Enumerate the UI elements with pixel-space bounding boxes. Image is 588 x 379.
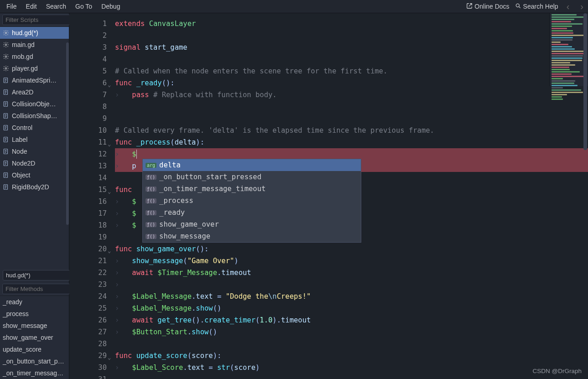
autocomplete-item[interactable]: ƒ()_ready xyxy=(143,207,361,218)
search-help-link[interactable]: Search Help xyxy=(515,3,558,10)
doc-icon xyxy=(3,89,9,95)
nav-back-button[interactable]: ‹ xyxy=(564,1,572,12)
script-item[interactable]: RigidBody2D xyxy=(0,181,69,193)
method-item[interactable]: _ready xyxy=(0,296,69,308)
gear-icon xyxy=(3,65,9,72)
autocomplete-item[interactable]: ƒ()_on_timer_message_timeout xyxy=(143,183,361,195)
nav-forward-button[interactable]: › xyxy=(578,1,586,12)
code-line[interactable] xyxy=(115,113,588,125)
code-line[interactable]: › $Label_Score.text = str(score) xyxy=(115,362,588,374)
menu-file[interactable]: File xyxy=(2,1,21,12)
menu-edit[interactable]: Edit xyxy=(21,1,42,12)
menu-debug[interactable]: Debug xyxy=(97,1,125,12)
code-line[interactable] xyxy=(115,374,588,379)
script-label: mob.gd xyxy=(12,53,33,60)
script-item[interactable]: AnimatedSpri… xyxy=(0,74,69,86)
method-item[interactable]: show_game_over xyxy=(0,332,69,343)
code-line[interactable]: › xyxy=(115,279,588,291)
fold-toggle-icon[interactable]: ⌄ xyxy=(108,79,111,91)
menu-go-to[interactable]: Go To xyxy=(71,1,97,12)
autocomplete-popup[interactable]: argdeltaƒ()_on_button_start_pressedƒ()_o… xyxy=(142,159,361,243)
code-line[interactable]: › $Button_Start.show() xyxy=(115,326,588,338)
completion-kind-icon: ƒ() xyxy=(146,234,156,239)
indent-guide-icon: › xyxy=(115,255,132,267)
code-editor[interactable]: 123456⌄7891011⌄12131415⌄1617181920⌄21222… xyxy=(69,13,588,379)
online-docs-link[interactable]: Online Docs xyxy=(466,3,509,10)
gear-icon xyxy=(3,30,9,36)
indent-guide-icon: › xyxy=(115,196,132,208)
script-item[interactable]: CollisionObje… xyxy=(0,98,69,110)
script-label: player.gd xyxy=(12,65,38,72)
gear-icon xyxy=(3,42,9,48)
indent-guide-icon: › xyxy=(115,219,132,231)
script-item[interactable]: player.gd xyxy=(0,62,69,74)
script-item[interactable]: Node xyxy=(0,145,69,157)
autocomplete-item[interactable]: ƒ()_process xyxy=(143,195,361,207)
online-docs-label: Online Docs xyxy=(474,3,509,10)
code-line[interactable]: › pass # Replace with function body. xyxy=(115,89,588,101)
doc-icon xyxy=(3,184,9,190)
script-item[interactable]: Control xyxy=(0,122,69,134)
code-line[interactable]: › show_message("Game Over") xyxy=(115,255,588,267)
code-line[interactable] xyxy=(115,30,588,42)
search-help-label: Search Help xyxy=(523,3,558,10)
code-line[interactable]: › await get_tree().create_timer(1.0).tim… xyxy=(115,314,588,326)
code-line[interactable] xyxy=(115,101,588,113)
code-line[interactable]: signal start_game xyxy=(115,42,588,53)
completion-label: _on_timer_message_timeout xyxy=(159,185,265,193)
method-item[interactable]: _on_button_start_p… xyxy=(0,355,69,367)
code-line[interactable]: › $Label_Message.text = "Dodge the\nCree… xyxy=(115,291,588,302)
indent-guide-icon: › xyxy=(115,326,132,338)
script-item[interactable]: mob.gd xyxy=(0,51,69,62)
fold-toggle-icon[interactable]: ⌄ xyxy=(108,352,111,363)
code-line[interactable]: func _process(delta): xyxy=(115,136,588,148)
indent-guide-icon: › xyxy=(115,362,132,374)
completion-label: show_message xyxy=(159,232,210,240)
doc-icon xyxy=(3,172,9,178)
script-label: CollisionObje… xyxy=(12,100,56,108)
script-item[interactable]: Area2D xyxy=(0,86,69,98)
script-item[interactable]: Object xyxy=(0,169,69,181)
fold-toggle-icon[interactable]: ⌄ xyxy=(108,138,111,150)
script-label: RigidBody2D xyxy=(12,183,49,191)
method-item[interactable]: _on_timer_messag… xyxy=(0,367,69,379)
doc-icon xyxy=(3,148,9,155)
sidebar-scrollbar[interactable] xyxy=(66,42,69,225)
autocomplete-item[interactable]: ƒ()_on_button_start_pressed xyxy=(143,171,361,183)
autocomplete-item[interactable]: ƒ()show_game_over xyxy=(143,218,361,230)
doc-icon xyxy=(3,101,9,107)
script-label: Label xyxy=(12,136,27,143)
code-line[interactable]: › $Label_Message.show() xyxy=(115,302,588,314)
code-line[interactable] xyxy=(115,53,588,65)
code-line[interactable]: func update_score(score): xyxy=(115,350,588,362)
method-item[interactable]: _process xyxy=(0,308,69,320)
fold-toggle-icon[interactable]: ⌄ xyxy=(108,186,111,197)
autocomplete-item[interactable]: ƒ()show_message xyxy=(143,230,361,242)
svg-point-2 xyxy=(5,32,7,34)
script-item[interactable]: Label xyxy=(0,134,69,145)
script-item[interactable]: Node2D xyxy=(0,157,69,169)
code-line[interactable]: # Called every frame. 'delta' is the ela… xyxy=(115,125,588,136)
completion-kind-icon: arg xyxy=(146,163,156,168)
completion-kind-icon: ƒ() xyxy=(146,187,156,192)
method-item[interactable]: show_message xyxy=(0,320,69,332)
code-line[interactable] xyxy=(115,338,588,350)
code-line[interactable]: # Called when the node enters the scene … xyxy=(115,65,588,77)
code-line[interactable]: › await $Timer_Message.timeout xyxy=(115,267,588,279)
code-line[interactable]: func _ready(): xyxy=(115,77,588,89)
menu-search[interactable]: Search xyxy=(42,1,71,12)
completion-kind-icon: ƒ() xyxy=(146,175,156,180)
script-item[interactable]: main.gd xyxy=(0,39,69,51)
method-item[interactable]: update_score xyxy=(0,343,69,355)
script-label: AnimatedSpri… xyxy=(12,77,57,84)
script-item[interactable]: CollisionShap… xyxy=(0,110,69,122)
autocomplete-item[interactable]: argdelta xyxy=(143,159,361,171)
code-line[interactable]: func show_game_over(): xyxy=(115,243,588,255)
code-line[interactable]: extends CanvasLayer xyxy=(115,18,588,30)
completion-label: delta xyxy=(159,161,181,169)
doc-icon xyxy=(3,113,9,119)
script-item[interactable]: hud.gd(*) xyxy=(0,27,69,39)
fold-toggle-icon[interactable]: ⌄ xyxy=(108,245,111,257)
script-label: Control xyxy=(12,124,32,131)
editor-scrollbar[interactable] xyxy=(583,13,587,150)
